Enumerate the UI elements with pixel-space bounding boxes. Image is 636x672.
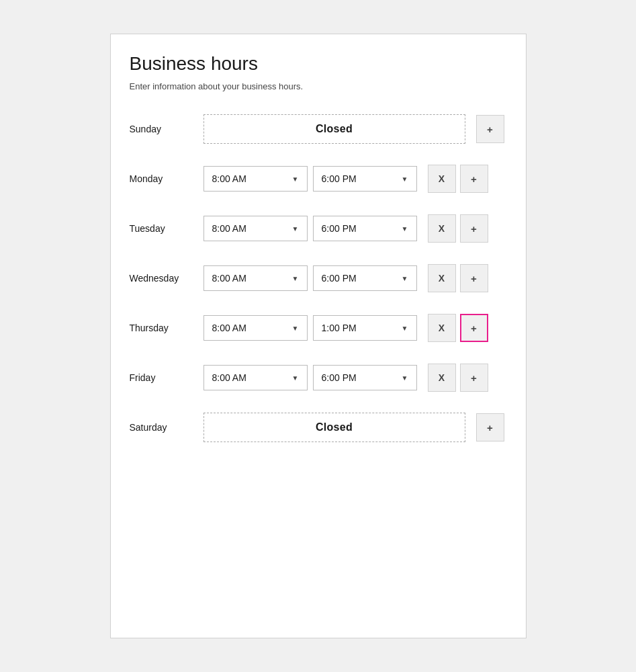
remove-button-tuesday[interactable]: X — [428, 214, 456, 243]
remove-button-wednesday[interactable]: X — [428, 264, 456, 292]
end-time-value: 6:00 PM — [322, 223, 357, 234]
day-row-sunday: SundayClosed+ — [130, 112, 504, 146]
remove-button-friday[interactable]: X — [428, 364, 456, 392]
end-time-friday[interactable]: 6:00 PM▼ — [313, 365, 417, 390]
dropdown-arrow-end: ▼ — [402, 325, 408, 332]
day-row-wednesday: Wednesday8:00 AM▼6:00 PM▼X+ — [130, 261, 504, 296]
end-time-thursday[interactable]: 1:00 PM▼ — [313, 315, 417, 341]
add-button-saturday[interactable]: + — [476, 413, 504, 442]
day-content-friday: 8:00 AM▼6:00 PM▼X+ — [203, 364, 504, 392]
actions-tuesday: X+ — [428, 214, 488, 243]
start-time-value: 8:00 AM — [212, 173, 246, 184]
day-label-tuesday: Tuesday — [130, 223, 203, 234]
day-content-sunday: Closed+ — [203, 114, 504, 144]
day-row-tuesday: Tuesday8:00 AM▼6:00 PM▼X+ — [130, 211, 504, 246]
start-time-value: 8:00 AM — [212, 273, 246, 284]
start-time-friday[interactable]: 8:00 AM▼ — [203, 365, 308, 390]
end-time-tuesday[interactable]: 6:00 PM▼ — [313, 216, 417, 241]
day-label-thursday: Thursday — [130, 323, 203, 333]
day-content-tuesday: 8:00 AM▼6:00 PM▼X+ — [203, 214, 504, 243]
dropdown-arrow-start: ▼ — [292, 325, 299, 332]
dropdown-arrow-start: ▼ — [292, 374, 299, 382]
add-button-friday[interactable]: + — [460, 364, 488, 392]
day-label-saturday: Saturday — [130, 422, 203, 433]
day-row-friday: Friday8:00 AM▼6:00 PM▼X+ — [130, 360, 504, 395]
remove-button-monday[interactable]: X — [428, 165, 456, 193]
day-label-wednesday: Wednesday — [130, 273, 203, 284]
start-time-value: 8:00 AM — [212, 372, 246, 383]
start-time-value: 8:00 AM — [212, 323, 246, 333]
day-row-thursday: Thursday8:00 AM▼1:00 PM▼X+ — [130, 310, 504, 345]
end-time-value: 6:00 PM — [322, 273, 357, 284]
closed-box-sunday: Closed — [203, 114, 465, 144]
add-button-wednesday[interactable]: + — [460, 264, 488, 292]
end-time-wednesday[interactable]: 6:00 PM▼ — [313, 265, 417, 291]
end-time-value: 1:00 PM — [322, 323, 357, 333]
dropdown-arrow-end: ▼ — [402, 275, 408, 282]
page-title: Business hours — [130, 53, 504, 75]
end-time-monday[interactable]: 6:00 PM▼ — [313, 166, 417, 192]
start-time-value: 8:00 AM — [212, 223, 246, 234]
start-time-tuesday[interactable]: 8:00 AM▼ — [203, 216, 308, 241]
day-content-thursday: 8:00 AM▼1:00 PM▼X+ — [203, 314, 504, 342]
day-content-wednesday: 8:00 AM▼6:00 PM▼X+ — [203, 264, 504, 292]
add-button-sunday[interactable]: + — [476, 115, 504, 143]
add-button-tuesday[interactable]: + — [460, 214, 488, 243]
remove-button-thursday[interactable]: X — [428, 314, 456, 342]
start-time-monday[interactable]: 8:00 AM▼ — [203, 166, 308, 192]
end-time-value: 6:00 PM — [322, 372, 357, 383]
dropdown-arrow-start: ▼ — [292, 175, 299, 183]
actions-monday: X+ — [428, 165, 488, 193]
actions-thursday: X+ — [428, 314, 488, 342]
days-container: SundayClosed+Monday8:00 AM▼6:00 PM▼X+Tue… — [130, 112, 504, 445]
dropdown-arrow-end: ▼ — [402, 225, 408, 233]
end-time-value: 6:00 PM — [322, 173, 357, 184]
day-row-monday: Monday8:00 AM▼6:00 PM▼X+ — [130, 161, 504, 196]
business-hours-card: Business hours Enter information about y… — [110, 34, 527, 638]
add-button-monday[interactable]: + — [460, 165, 488, 193]
day-label-monday: Monday — [130, 173, 203, 184]
start-time-wednesday[interactable]: 8:00 AM▼ — [203, 265, 308, 291]
page-subtitle: Enter information about your business ho… — [130, 81, 504, 91]
day-row-saturday: SaturdayClosed+ — [130, 410, 504, 445]
dropdown-arrow-start: ▼ — [292, 225, 299, 233]
add-button-thursday[interactable]: + — [460, 314, 488, 342]
actions-wednesday: X+ — [428, 264, 488, 292]
day-content-monday: 8:00 AM▼6:00 PM▼X+ — [203, 165, 504, 193]
day-label-sunday: Sunday — [130, 124, 203, 134]
dropdown-arrow-start: ▼ — [292, 275, 299, 282]
actions-friday: X+ — [428, 364, 488, 392]
start-time-thursday[interactable]: 8:00 AM▼ — [203, 315, 308, 341]
day-content-saturday: Closed+ — [203, 413, 504, 442]
dropdown-arrow-end: ▼ — [402, 374, 408, 382]
dropdown-arrow-end: ▼ — [402, 175, 408, 183]
closed-box-saturday: Closed — [203, 413, 465, 442]
day-label-friday: Friday — [130, 372, 203, 383]
